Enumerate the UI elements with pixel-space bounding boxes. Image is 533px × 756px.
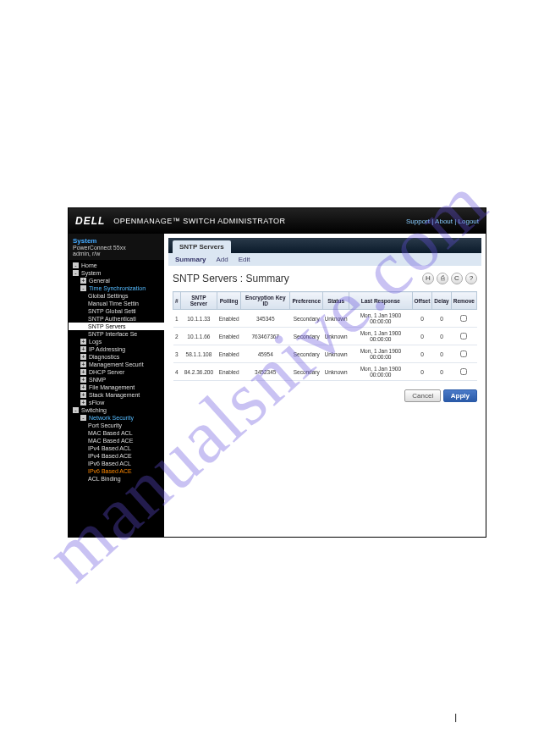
sidebar-item[interactable]: +DHCP Server xyxy=(69,368,164,376)
tab-sntp-servers[interactable]: SNTP Servers xyxy=(173,240,231,253)
sidebar-item[interactable]: -Switching xyxy=(69,406,164,414)
table-cell-remove xyxy=(451,310,476,328)
sidebar-item[interactable]: Manual Time Settin xyxy=(69,300,164,307)
support-link[interactable]: Support xyxy=(406,218,430,225)
table-cell: 10.1.1.66 xyxy=(180,328,217,345)
tree-toggle-icon[interactable]: + xyxy=(80,369,86,375)
table-row: 110.1.1.33Enabled345345SecondaryUnknownM… xyxy=(173,310,477,328)
save-icon[interactable]: H xyxy=(422,273,434,284)
table-cell: Secondary xyxy=(290,363,323,381)
tree-toggle-icon[interactable]: - xyxy=(73,270,79,276)
tree-toggle-icon[interactable]: + xyxy=(80,384,86,390)
sidebar-item[interactable]: -Network Security xyxy=(69,414,164,422)
subtab-summary[interactable]: Summary xyxy=(175,256,206,263)
sidebar-item[interactable]: +Management Securit xyxy=(69,361,164,368)
sidebar: System PowerConnect 55xx admin, r/w -Hom… xyxy=(69,234,164,537)
sidebar-item[interactable]: IPv4 Based ACL xyxy=(69,444,164,452)
sidebar-item-label: Home xyxy=(81,262,97,268)
remove-checkbox[interactable] xyxy=(460,368,467,375)
sidebar-item[interactable]: MAC Based ACL xyxy=(69,429,164,437)
sidebar-item-label: IP Addressing xyxy=(89,346,125,352)
sidebar-item[interactable]: -System xyxy=(69,269,164,277)
remove-checkbox[interactable] xyxy=(460,350,467,357)
table-cell: 2 xyxy=(173,328,181,345)
sidebar-item[interactable]: Global Settings xyxy=(69,292,164,300)
sidebar-item[interactable]: +SNMP xyxy=(69,376,164,384)
sidebar-item-label: System xyxy=(81,270,101,276)
table-cell: 345345 xyxy=(241,310,290,328)
refresh-icon[interactable]: C xyxy=(451,273,463,284)
logout-link[interactable]: Logout xyxy=(459,218,479,225)
remove-checkbox[interactable] xyxy=(460,333,467,339)
table-header: Delay xyxy=(432,292,451,310)
sidebar-item-label: IPv6 Based ACL xyxy=(88,461,131,466)
tree-toggle-icon[interactable]: + xyxy=(80,346,86,352)
table-cell: 4 xyxy=(173,363,181,381)
sidebar-item[interactable]: IPv6 Based ACL xyxy=(69,460,164,467)
table-cell: Enabled xyxy=(217,328,241,345)
tree-toggle-icon[interactable]: + xyxy=(80,278,86,284)
app-title: OPENMANAGE™ SWITCH ADMINISTRATOR xyxy=(113,217,285,225)
tree-toggle-icon[interactable]: + xyxy=(80,377,86,383)
table-cell-remove xyxy=(451,345,476,363)
tree-toggle-icon[interactable]: + xyxy=(80,361,86,367)
subtab-add[interactable]: Add xyxy=(216,256,228,263)
tree-toggle-icon[interactable]: - xyxy=(80,415,86,421)
sidebar-item[interactable]: +Logs xyxy=(69,338,164,345)
table-cell: 0 xyxy=(432,345,451,363)
sidebar-item[interactable]: -Time Synchronization xyxy=(69,284,164,292)
sidebar-item[interactable]: +Stack Management xyxy=(69,391,164,399)
sidebar-item-label: SNTP Authenticati xyxy=(88,316,136,322)
sidebar-item[interactable]: +sFlow xyxy=(69,399,164,406)
table-cell: Unknown xyxy=(323,345,349,363)
subtab-edit[interactable]: Edit xyxy=(239,256,250,263)
sidebar-item[interactable]: MAC Based ACE xyxy=(69,437,164,444)
sidebar-item[interactable]: IPv4 Based ACE xyxy=(69,452,164,460)
sidebar-item[interactable]: IPv6 Based ACE xyxy=(69,467,164,475)
tree-toggle-icon[interactable]: - xyxy=(80,285,86,291)
sidebar-item-label: Switching xyxy=(81,407,107,413)
table-cell: 3 xyxy=(173,345,181,363)
tree-toggle-icon[interactable]: - xyxy=(73,407,79,413)
apply-button[interactable]: Apply xyxy=(443,389,477,402)
table-header: # xyxy=(173,292,181,310)
table-row: 358.1.1.108Enabled45954SecondaryUnknownM… xyxy=(173,345,477,363)
tree-toggle-icon[interactable]: - xyxy=(73,262,79,268)
remove-checkbox[interactable] xyxy=(460,315,467,322)
tree-toggle-icon[interactable]: + xyxy=(80,400,86,406)
sidebar-item-label: MAC Based ACL xyxy=(88,430,133,436)
sidebar-item[interactable]: Port Security xyxy=(69,422,164,429)
cancel-button[interactable]: Cancel xyxy=(404,389,441,402)
sidebar-item[interactable]: +IP Addressing xyxy=(69,345,164,353)
table-row: 484.2.36.200Enabled3452345SecondaryUnkno… xyxy=(173,363,477,381)
tree-toggle-icon[interactable]: + xyxy=(80,339,86,345)
sidebar-item-label: IPv6 Based ACE xyxy=(88,468,132,474)
print-icon[interactable]: ⎙ xyxy=(437,273,448,284)
sidebar-item[interactable]: SNTP Interface Se xyxy=(69,330,164,338)
sidebar-item[interactable]: +File Management xyxy=(69,384,164,391)
sidebar-item[interactable]: -Home xyxy=(69,262,164,269)
help-icon[interactable]: ? xyxy=(465,273,477,284)
table-cell: 3452345 xyxy=(241,363,290,381)
sidebar-item[interactable]: SNTP Authenticati xyxy=(69,315,164,323)
sidebar-item[interactable]: +General xyxy=(69,277,164,284)
sidebar-item[interactable]: +Diagnostics xyxy=(69,353,164,361)
sidebar-item[interactable]: ACL Binding xyxy=(69,475,164,483)
sidebar-item-label: IPv4 Based ACE xyxy=(88,453,132,459)
brand-logo: DELL xyxy=(75,215,105,227)
sidebar-item[interactable]: SNTP Global Setti xyxy=(69,307,164,315)
main-panel: SNTP Servers Summary Add Edit SNTP Serve… xyxy=(164,234,486,537)
about-link[interactable]: About xyxy=(435,218,453,225)
table-cell: Enabled xyxy=(217,345,241,363)
sidebar-item[interactable]: SNTP Servers xyxy=(69,323,164,330)
table-cell: 0 xyxy=(412,363,432,381)
sidebar-item-label: IPv4 Based ACL xyxy=(88,445,131,451)
tree-toggle-icon[interactable]: + xyxy=(80,392,86,398)
table-cell: 1 xyxy=(173,310,181,328)
app-window: DELL OPENMANAGE™ SWITCH ADMINISTRATOR Su… xyxy=(68,207,486,538)
sidebar-item-label: sFlow xyxy=(89,400,104,406)
table-cell: 0 xyxy=(412,328,432,345)
tree-toggle-icon[interactable]: + xyxy=(80,354,86,360)
tab-bar: SNTP Servers xyxy=(168,238,481,253)
table-cell: Enabled xyxy=(217,310,241,328)
